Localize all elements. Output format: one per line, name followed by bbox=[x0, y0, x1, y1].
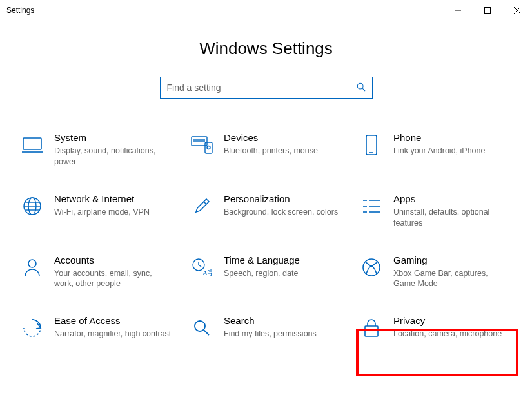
svg-point-12 bbox=[207, 146, 210, 149]
svg-rect-13 bbox=[366, 135, 377, 155]
tile-desc: Bluetooth, printers, mouse bbox=[224, 146, 342, 157]
tile-desc: Xbox Game Bar, captures, Game Mode bbox=[393, 268, 511, 290]
apps-icon bbox=[360, 195, 383, 218]
tile-desc: Background, lock screen, colors bbox=[224, 207, 342, 218]
phone-icon bbox=[360, 133, 383, 157]
title-bar: Settings bbox=[0, 0, 532, 21]
paintbrush-icon bbox=[190, 195, 213, 218]
tile-accounts[interactable]: Accounts Your accounts, email, sync, wor… bbox=[18, 252, 175, 293]
tile-gaming[interactable]: Gaming Xbox Game Bar, captures, Game Mod… bbox=[357, 252, 514, 293]
search-input[interactable] bbox=[167, 82, 357, 93]
lock-icon bbox=[360, 316, 383, 340]
tile-desc: Find my files, permissions bbox=[224, 329, 342, 340]
tile-title: Personalization bbox=[224, 193, 342, 204]
time-language-icon: A字 bbox=[190, 256, 213, 279]
tile-devices[interactable]: Devices Bluetooth, printers, mouse bbox=[188, 130, 344, 170]
svg-rect-6 bbox=[23, 138, 41, 149]
devices-icon bbox=[190, 133, 213, 157]
tile-desc: Wi-Fi, airplane mode, VPN bbox=[54, 207, 172, 218]
minimize-button[interactable] bbox=[443, 0, 473, 21]
tile-title: Phone bbox=[393, 132, 511, 143]
tile-phone[interactable]: Phone Link your Android, iPhone bbox=[357, 130, 514, 170]
window-controls bbox=[443, 0, 532, 21]
tile-privacy[interactable]: Privacy Location, camera, microphone bbox=[357, 313, 514, 342]
svg-line-20 bbox=[204, 202, 206, 204]
page-title: Windows Settings bbox=[0, 39, 532, 59]
tile-desc: Display, sound, notifications, power bbox=[54, 146, 172, 168]
window-title: Settings bbox=[6, 6, 34, 15]
svg-line-34 bbox=[204, 330, 209, 335]
svg-text:A字: A字 bbox=[202, 269, 212, 276]
svg-rect-1 bbox=[485, 8, 491, 14]
system-icon bbox=[21, 133, 44, 157]
ease-of-access-icon bbox=[21, 316, 44, 340]
tile-title: Ease of Access bbox=[54, 315, 172, 326]
svg-point-4 bbox=[357, 83, 363, 89]
tile-desc: Uninstall, defaults, optional features bbox=[393, 207, 511, 229]
settings-grid: System Display, sound, notifications, po… bbox=[0, 99, 532, 355]
tile-network[interactable]: Network & Internet Wi-Fi, airplane mode,… bbox=[18, 191, 175, 231]
tile-desc: Speech, region, date bbox=[224, 268, 342, 279]
tile-title: Apps bbox=[393, 193, 511, 204]
tile-desc: Narrator, magnifier, high contrast bbox=[54, 329, 172, 340]
tile-title: Search bbox=[224, 315, 342, 326]
tile-title: Time & Language bbox=[224, 255, 342, 265]
svg-rect-35 bbox=[365, 326, 378, 336]
svg-rect-11 bbox=[205, 142, 212, 153]
tile-desc: Location, camera, microphone bbox=[393, 329, 511, 340]
tile-apps[interactable]: Apps Uninstall, defaults, optional featu… bbox=[357, 191, 514, 231]
tile-personalization[interactable]: Personalization Background, lock screen,… bbox=[188, 191, 344, 231]
person-icon bbox=[21, 256, 44, 279]
maximize-button[interactable] bbox=[473, 0, 502, 21]
svg-point-33 bbox=[195, 321, 205, 331]
tile-title: System bbox=[54, 132, 172, 143]
tile-title: Privacy bbox=[393, 315, 511, 326]
magnifier-icon bbox=[190, 316, 213, 340]
globe-icon bbox=[21, 195, 44, 218]
tile-title: Gaming bbox=[393, 255, 511, 265]
tile-title: Network & Internet bbox=[54, 193, 172, 204]
tile-title: Devices bbox=[224, 132, 342, 143]
xbox-icon bbox=[360, 256, 383, 279]
svg-point-27 bbox=[28, 260, 36, 267]
svg-line-30 bbox=[199, 265, 201, 267]
tile-ease-of-access[interactable]: Ease of Access Narrator, magnifier, high… bbox=[18, 313, 175, 342]
tile-search[interactable]: Search Find my files, permissions bbox=[188, 313, 344, 342]
tile-desc: Link your Android, iPhone bbox=[393, 146, 511, 157]
tile-time-language[interactable]: A字 Time & Language Speech, region, date bbox=[188, 252, 344, 293]
svg-line-5 bbox=[362, 88, 365, 91]
tile-title: Accounts bbox=[54, 255, 172, 265]
tile-desc: Your accounts, email, sync, work, other … bbox=[54, 268, 172, 290]
search-box[interactable] bbox=[160, 77, 373, 99]
search-icon bbox=[357, 82, 366, 93]
close-button[interactable] bbox=[502, 0, 532, 21]
tile-system[interactable]: System Display, sound, notifications, po… bbox=[18, 130, 175, 170]
